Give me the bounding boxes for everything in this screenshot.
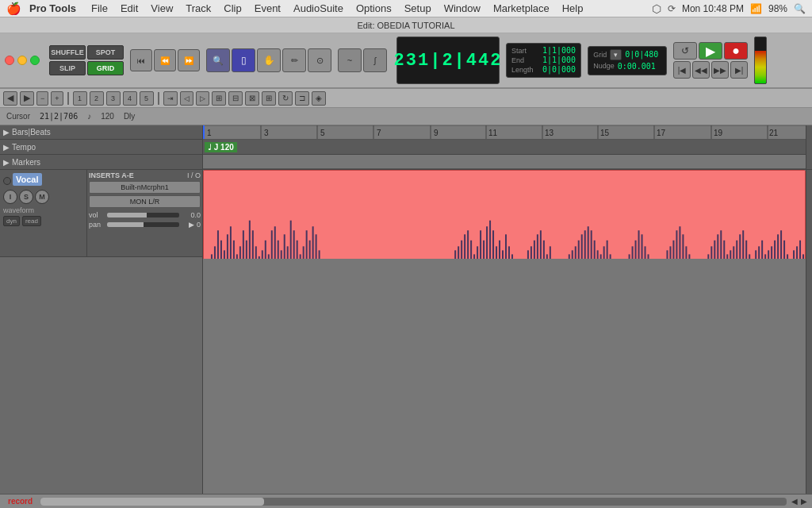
end-value: 1|1|000 (542, 56, 576, 64)
track-below-area (0, 257, 202, 502)
icon-search[interactable]: 🔍 (794, 3, 806, 14)
record-arm-button[interactable]: ● (724, 42, 748, 60)
rewind-button[interactable]: ⏪ (154, 49, 176, 71)
routing-button[interactable]: MON L/R (89, 195, 201, 208)
clip-gain-btn[interactable]: ◈ (312, 91, 326, 106)
menu-setup[interactable]: Setup (399, 2, 437, 14)
scroll-left-btn[interactable]: ◀ (3, 91, 17, 106)
playhead (203, 125, 205, 139)
zoom-in-btn[interactable]: + (51, 91, 63, 106)
rew-button[interactable]: ◀◀ (692, 61, 710, 79)
track-right-cap (806, 170, 812, 502)
forward-button[interactable]: ⏩ (178, 49, 200, 71)
menu-help[interactable]: Help (557, 2, 589, 14)
nudge-right-btn[interactable]: ▷ (196, 91, 209, 106)
grid-button[interactable]: GRID (87, 61, 124, 75)
smart-tool[interactable]: ⊙ (308, 48, 331, 72)
grid-btn-toggle[interactable]: ▾ (610, 49, 622, 60)
menu-window[interactable]: Window (439, 2, 486, 14)
num-2-btn[interactable]: 2 (90, 91, 104, 106)
fwd-button[interactable]: ▶▶ (711, 61, 729, 79)
menu-audiosuite[interactable]: AudioSuite (288, 2, 349, 14)
menu-clip[interactable]: Clip (218, 2, 247, 14)
pan-value: ▶ 0 (182, 221, 201, 229)
scroll-right-arrow[interactable]: ▶ (799, 497, 809, 506)
pan-bar[interactable] (107, 222, 179, 227)
ruler: 1 3 5 7 9 11 13 15 17 (203, 125, 806, 140)
duplicate-btn[interactable]: ⊞ (262, 91, 276, 106)
mute-btn[interactable]: M (35, 190, 49, 204)
zoom-out-btn[interactable]: − (36, 91, 48, 106)
bars-beats-header[interactable]: ▶ Bars|Beats (0, 125, 202, 140)
grab-tool[interactable]: ✋ (257, 48, 281, 72)
end-mark-btn[interactable]: ⊐ (295, 91, 309, 106)
grid-size-btn[interactable]: ⊞ (212, 91, 226, 106)
shuffle-button[interactable]: SHUFFLE (49, 45, 86, 60)
input-monitor-btn[interactable]: I (3, 190, 17, 204)
mode-buttons: SHUFFLE SPOT SLIP GRID (49, 45, 124, 75)
track-strip: Vocal I S M waveform dyn read (0, 170, 202, 257)
num-5-btn[interactable]: 5 (140, 91, 154, 106)
svg-text:15: 15 (600, 129, 610, 137)
track-name-field[interactable]: Vocal (13, 173, 42, 186)
menu-edit[interactable]: Edit (115, 2, 144, 14)
solo-btn[interactable]: S (19, 190, 33, 204)
close-button[interactable] (5, 56, 14, 65)
play-button[interactable]: ▶ (699, 42, 722, 60)
end-button[interactable]: ▶| (730, 61, 748, 79)
pencil-tool[interactable]: ✏ (282, 48, 306, 72)
nudge-left-btn[interactable]: ◁ (180, 91, 193, 106)
menu-track[interactable]: Track (180, 2, 216, 14)
trim-btn[interactable]: ⊠ (245, 91, 259, 106)
scroll-bar[interactable] (40, 498, 787, 506)
spot-button[interactable]: SPOT (87, 45, 124, 60)
fade-tool[interactable]: ~ (338, 48, 362, 72)
apple-logo[interactable]: 🍎 (6, 2, 21, 16)
select-tool[interactable]: ▯ (232, 48, 255, 72)
num-1-btn[interactable]: 1 (73, 91, 87, 106)
menu-event[interactable]: Event (249, 2, 286, 14)
snap-btn[interactable]: ⊟ (228, 91, 243, 106)
ruler-svg: 1 3 5 7 9 11 13 15 17 (203, 125, 806, 140)
scroll-right-btn[interactable]: ▶ (20, 91, 34, 106)
num-4-btn[interactable]: 4 (123, 91, 137, 106)
gain-tool[interactable]: ∫ (363, 48, 387, 72)
loop-region-btn[interactable]: ↻ (278, 91, 293, 106)
pan-label: pan (89, 221, 105, 229)
counter-value: 231|2|442 (394, 51, 503, 71)
markers-header[interactable]: ▶ Markers (0, 155, 202, 169)
svg-text:5: 5 (320, 129, 325, 137)
minimize-button[interactable] (17, 56, 27, 65)
svg-text:19: 19 (714, 129, 723, 137)
menu-file[interactable]: File (86, 2, 113, 14)
loop-button[interactable]: ↺ (673, 42, 697, 60)
track-record-indicator[interactable] (3, 177, 11, 185)
svg-text:17: 17 (657, 129, 666, 137)
slip-button[interactable]: SLIP (49, 61, 86, 75)
menubar: 🍎 Pro Tools File Edit View Track Clip Ev… (0, 0, 812, 17)
menu-view[interactable]: View (145, 2, 178, 14)
playback-controls-left: ⏮ ⏪ ⏩ (130, 49, 200, 71)
menu-options[interactable]: Options (350, 2, 397, 14)
tempo-header[interactable]: ▶ Tempo (0, 140, 202, 155)
length-label: Length (511, 66, 539, 74)
zoom-tool[interactable]: 🔍 (206, 48, 230, 72)
grid-label: Grid (593, 51, 607, 59)
vol-bar[interactable] (107, 213, 179, 217)
tab-btn[interactable]: ⇥ (163, 91, 178, 106)
dyn-btn[interactable]: dyn (3, 216, 20, 226)
nudge-label: Nudge (593, 62, 615, 70)
maximize-button[interactable] (30, 56, 40, 65)
read-btn[interactable]: read (22, 216, 41, 226)
svg-text:7: 7 (377, 129, 381, 137)
chevron-icon: ▶ (3, 128, 10, 137)
num-3-btn[interactable]: 3 (106, 91, 121, 106)
track-control-buttons: I S M (3, 190, 83, 204)
prev-button[interactable]: |◀ (673, 61, 691, 79)
plugin-button[interactable]: Built-nMcrphn1 (89, 181, 201, 194)
io-label: I / O (187, 171, 201, 179)
menu-marketplace[interactable]: Marketplace (488, 2, 555, 14)
scroll-left-arrow[interactable]: ◀ (790, 497, 799, 506)
grid-value: 0|0|480 (625, 50, 658, 59)
back-button[interactable]: ⏮ (130, 49, 152, 71)
